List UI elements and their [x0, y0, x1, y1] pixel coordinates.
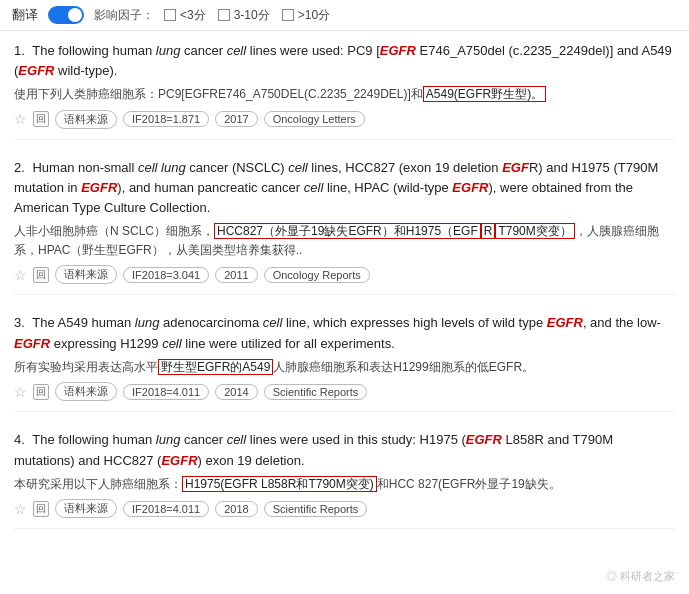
result-3-meta: ☆ 回 语料来源 IF2018=4.011 2014 Scientific Re…: [14, 382, 675, 401]
translate-label: 翻译: [12, 6, 38, 24]
egfr-2: EGFR: [18, 63, 54, 78]
filter-gt10[interactable]: >10分: [282, 7, 330, 24]
watermark: ◎ 科研者之家: [606, 569, 675, 584]
result-2-zh-highlight1: HCC827（外显子19缺失EGFR）和H1975（EGF: [214, 223, 481, 239]
result-3-year-tag[interactable]: 2014: [215, 384, 257, 400]
impact-label: 影响因子：: [94, 7, 154, 24]
result-2-if-tag[interactable]: IF2018=3.041: [123, 267, 209, 283]
result-2-icon-btn[interactable]: 回: [33, 267, 49, 283]
filter-lt3[interactable]: <3分: [164, 7, 206, 24]
result-4-number: 4.: [14, 432, 25, 447]
result-3-zh-highlight: 野生型EGFR的A549: [158, 359, 273, 375]
result-4-source-tag[interactable]: 语料来源: [55, 499, 117, 518]
result-4-year-tag[interactable]: 2018: [215, 501, 257, 517]
result-item-3: 3. The A549 human lung adenocarcinoma ce…: [14, 313, 675, 412]
result-3-text-zh: 所有实验均采用表达高水平野生型EGFR的A549人肺腺癌细胞系和表达H1299细…: [14, 358, 675, 377]
egfr-5: EGFR: [452, 180, 488, 195]
result-3-text-en: 3. The A549 human lung adenocarcinoma ce…: [14, 313, 675, 353]
egfr-9: EGFR: [161, 453, 197, 468]
egfr-4: EGFR: [81, 180, 117, 195]
egfr-8: EGFR: [466, 432, 502, 447]
result-1-source-tag[interactable]: 语料来源: [55, 110, 117, 129]
result-2-source-tag[interactable]: 语料来源: [55, 265, 117, 284]
result-3-icon-btn[interactable]: 回: [33, 384, 49, 400]
egfr-6: EGFR: [547, 315, 583, 330]
watermark-text: ◎ 科研者之家: [606, 570, 675, 582]
result-1-text-en: 1. The following human lung cancer cell …: [14, 41, 675, 81]
result-4-zh-highlight: H1975(EGFR L858R和T790M突变): [182, 476, 377, 492]
result-1-icon-btn[interactable]: 回: [33, 111, 49, 127]
result-2-text-zh: 人非小细胞肺癌（N SCLC）细胞系，HCC827（外显子19缺失EGFR）和H…: [14, 222, 675, 259]
filter-group: <3分 3-10分 >10分: [164, 7, 330, 24]
egfr-7: EGFR: [14, 336, 50, 351]
result-1-journal-tag[interactable]: Oncology Letters: [264, 111, 365, 127]
result-1-zh-highlight: A549(EGFR野生型)。: [423, 86, 546, 102]
result-3-journal-tag[interactable]: Scientific Reports: [264, 384, 368, 400]
result-4-if-tag[interactable]: IF2018=4.011: [123, 501, 209, 517]
result-item-1: 1. The following human lung cancer cell …: [14, 41, 675, 140]
filter-3-10-label: 3-10分: [234, 7, 270, 24]
result-item-2: 2. Human non-small cell lung cancer (NSC…: [14, 158, 675, 296]
filter-gt10-checkbox[interactable]: [282, 9, 294, 21]
filter-3-10[interactable]: 3-10分: [218, 7, 270, 24]
result-4-meta: ☆ 回 语料来源 IF2018=4.011 2018 Scientific Re…: [14, 499, 675, 518]
result-3-source-tag[interactable]: 语料来源: [55, 382, 117, 401]
filter-3-10-checkbox[interactable]: [218, 9, 230, 21]
results-container: 1. The following human lung cancer cell …: [0, 31, 689, 557]
filter-lt3-checkbox[interactable]: [164, 9, 176, 21]
toggle-knob: [68, 8, 82, 22]
result-1-if-tag[interactable]: IF2018=1.871: [123, 111, 209, 127]
result-2-text-en: 2. Human non-small cell lung cancer (NSC…: [14, 158, 675, 218]
filter-gt10-label: >10分: [298, 7, 330, 24]
result-3-if-tag[interactable]: IF2018=4.011: [123, 384, 209, 400]
result-1-text-zh: 使用下列人类肺癌细胞系：PC9[EGFRE746_A750DEL(C.2235_…: [14, 85, 675, 104]
filter-lt3-label: <3分: [180, 7, 206, 24]
translate-toggle[interactable]: [48, 6, 84, 24]
result-3-number: 3.: [14, 315, 25, 330]
result-4-star[interactable]: ☆: [14, 501, 27, 517]
result-4-icon-btn[interactable]: 回: [33, 501, 49, 517]
result-2-zh-highlight3: T790M突变）: [495, 223, 574, 239]
topbar: 翻译 影响因子： <3分 3-10分 >10分: [0, 0, 689, 31]
egfr-1: EGFR: [380, 43, 416, 58]
result-4-journal-tag[interactable]: Scientific Reports: [264, 501, 368, 517]
result-2-year-tag[interactable]: 2011: [215, 267, 257, 283]
result-item-4: 4. The following human lung cancer cell …: [14, 430, 675, 529]
result-2-meta: ☆ 回 语料来源 IF2018=3.041 2011 Oncology Repo…: [14, 265, 675, 284]
result-2-journal-tag[interactable]: Oncology Reports: [264, 267, 370, 283]
result-4-text-zh: 本研究采用以下人肺癌细胞系：H1975(EGFR L858R和T790M突变)和…: [14, 475, 675, 494]
result-1-star[interactable]: ☆: [14, 111, 27, 127]
result-1-year-tag[interactable]: 2017: [215, 111, 257, 127]
result-2-number: 2.: [14, 160, 25, 175]
result-2-star[interactable]: ☆: [14, 267, 27, 283]
result-1-number: 1.: [14, 43, 25, 58]
egfr-3: EGF: [502, 160, 529, 175]
result-3-star[interactable]: ☆: [14, 384, 27, 400]
result-4-text-en: 4. The following human lung cancer cell …: [14, 430, 675, 470]
result-2-zh-highlight2: R: [481, 223, 496, 239]
result-1-meta: ☆ 回 语料来源 IF2018=1.871 2017 Oncology Lett…: [14, 110, 675, 129]
